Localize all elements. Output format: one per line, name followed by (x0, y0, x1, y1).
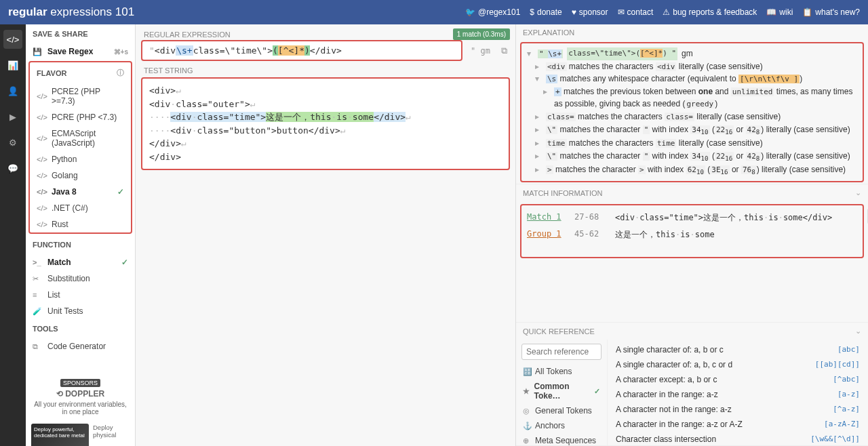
nav-wiki[interactable]: 📖wiki (766, 7, 793, 17)
flavor-pcre-php-7-3-[interactable]: </>PCRE (PHP <7.3) (30, 109, 131, 125)
function-unit-tests[interactable]: 🧪Unit Tests (26, 303, 135, 319)
qr-item[interactable]: A single character of: a, b, c or d[[ab]… (608, 357, 868, 372)
qr-item[interactable]: A character except: a, b or c[^abc] (608, 372, 868, 387)
flavor-python[interactable]: </>Python (30, 151, 131, 167)
center-panel: REGULAR EXPRESSION 1 match (0.3ms) " <di… (136, 24, 515, 446)
flavor--net-c-[interactable]: </>.NET (C#) (30, 200, 131, 216)
doppler-logo[interactable]: ⟲ DOPPLER (31, 389, 130, 399)
regex-input[interactable]: " <div\s+class=\"time\">([^<]*)</div> (141, 40, 462, 61)
quickref-categories: 🔠All Tokens★Common Toke…✓◎General Tokens… (516, 340, 608, 445)
nav-contact[interactable]: ✉contact (618, 7, 654, 17)
code-icon: </> (37, 134, 47, 142)
code-icon: </> (37, 188, 47, 196)
qr-item[interactable]: A character in the range: a-z or A-Z[a-z… (608, 417, 868, 432)
explanation-header: EXPLANATION (523, 28, 574, 37)
flavor-golang[interactable]: </>Golang (30, 167, 131, 184)
match-info-header: MATCH INFORMATION (523, 189, 603, 197)
qr-item[interactable]: A character in the range: a-z[a-z] (608, 387, 868, 402)
top-header: regular expressions 101 🐦@regex101$donat… (0, 0, 868, 24)
flavor-header: FLAVOR ⓘ (30, 62, 131, 83)
help-icon[interactable]: ⓘ (117, 68, 124, 78)
flavor-java-8[interactable]: </>Java 8✓ (30, 184, 131, 200)
nav-donate[interactable]: $donate (530, 7, 561, 17)
quickref-items: A single character of: a, b or c[abc]A s… (608, 340, 868, 445)
left-rail: </> 📊 👤 ▶ ⚙ 💬 (0, 24, 26, 446)
logo[interactable]: regular expressions 101 (8, 5, 134, 19)
save-regex-item[interactable]: 💾 Save Regex ⌘+s (26, 43, 135, 60)
qr-item[interactable]: A character not in the range: a-z[^a-z] (608, 402, 868, 417)
qr-cat-anchors[interactable]: ⚓Anchors (516, 418, 607, 433)
collapse-icon[interactable]: ⌄ (855, 327, 861, 336)
code-generator-item[interactable]: ⧉ Code Generator (26, 338, 135, 354)
rail-chat-icon[interactable]: 💬 (3, 159, 22, 178)
qr-item[interactable]: Character class intersection[\w&&[^\d]] (608, 432, 868, 445)
check-icon: ✓ (117, 187, 124, 197)
save-share-header: SAVE & SHARE (26, 24, 135, 43)
sponsors-badge: SPONSORS (60, 379, 100, 387)
code-icon: ⧉ (33, 342, 43, 351)
code-icon: </> (37, 204, 47, 212)
check-icon: ✓ (121, 258, 128, 267)
code-icon: </> (37, 113, 47, 121)
explanation-box: ▾" \s+class=\"time\">([^<]*) " gm▸<div m… (520, 42, 864, 182)
sponsor-image[interactable]: Deploy powerful, dedicated bare metal (31, 424, 89, 446)
tools-header: TOOLS (26, 319, 135, 338)
match-info-box: ⇪ Match 127-68<div·class="time">这是一个，thi… (520, 204, 864, 258)
function-header: FUNCTION (26, 235, 135, 254)
code-icon: </> (37, 171, 47, 180)
copy-icon[interactable]: ⧉ (498, 44, 510, 58)
header-nav: 🐦@regex101$donate♥sponsor✉contact⚠bug re… (465, 7, 860, 17)
sidebar: SAVE & SHARE 💾 Save Regex ⌘+s FLAVOR ⓘ <… (26, 24, 136, 446)
save-icon: 💾 (33, 47, 43, 56)
qr-item[interactable]: A single character of: a, b or c[abc] (608, 342, 868, 357)
flavor-ecmascript-javascript-[interactable]: </>ECMAScript (JavaScript) (30, 125, 131, 151)
regex-label: REGULAR EXPRESSION (141, 29, 233, 40)
function-substitution[interactable]: ✂Substitution (26, 270, 135, 287)
rail-regex-icon[interactable]: </> (3, 30, 22, 49)
match-row[interactable]: Match 127-68<div·class="time">这是一个，this·… (527, 209, 857, 226)
code-icon: </> (37, 220, 47, 228)
qr-cat-meta-sequences[interactable]: ⊕Meta Sequences (516, 433, 607, 445)
flavor-rust[interactable]: </>Rust (30, 216, 131, 232)
nav-sponsor[interactable]: ♥sponsor (572, 7, 608, 17)
collapse-icon[interactable]: ⌄ (855, 188, 861, 197)
function-match[interactable]: >_Match✓ (26, 254, 135, 270)
match-row[interactable]: Group 145-62这是一个，this·is·some (527, 226, 857, 243)
rail-account-icon[interactable]: 👤 (3, 81, 22, 100)
match-count-badge: 1 match (0.3ms) (453, 28, 510, 40)
flavor-pcre2-php-7-3-[interactable]: </>PCRE2 (PHP >=7.3) (30, 83, 131, 109)
rail-settings-icon[interactable]: ⚙ (3, 133, 22, 152)
rail-library-icon[interactable]: 📊 (3, 56, 22, 75)
right-panel: EXPLANATION ▾" \s+class=\"time\">([^<]*)… (515, 24, 868, 446)
qr-cat-common-toke-[interactable]: ★Common Toke…✓ (516, 379, 607, 403)
quickref-search-input[interactable] (521, 344, 601, 360)
code-icon: </> (37, 92, 47, 100)
quickref-header: QUICK REFERENCE (523, 327, 595, 336)
nav--regex101[interactable]: 🐦@regex101 (465, 7, 520, 17)
regex-flags[interactable]: " gm (467, 43, 494, 58)
qr-cat-general-tokens[interactable]: ◎General Tokens (516, 403, 607, 418)
nav-bug-reports-feedback[interactable]: ⚠bug reports & feedback (663, 7, 757, 17)
nav-what-s-new-[interactable]: 📋what's new? (802, 7, 860, 17)
qr-cat-all-tokens[interactable]: 🔠All Tokens (516, 364, 607, 379)
code-icon: </> (37, 155, 47, 163)
test-string-label: TEST STRING (141, 65, 510, 76)
function-list[interactable]: ≡List (26, 287, 135, 303)
rail-debug-icon[interactable]: ▶ (3, 107, 22, 126)
test-string-input[interactable]: <div>↵ <div·class="outer">↵ ····<div·cla… (141, 77, 510, 170)
